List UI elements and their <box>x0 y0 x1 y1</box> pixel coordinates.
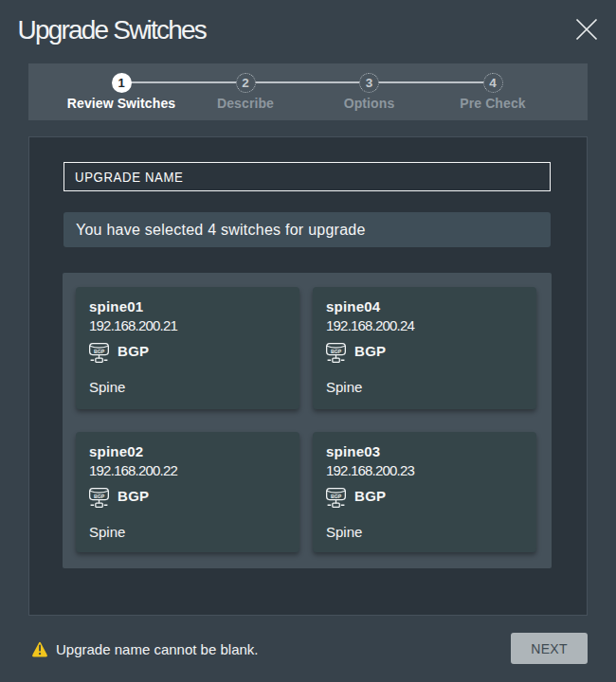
svg-text:BGP: BGP <box>94 349 105 354</box>
svg-text:BGP: BGP <box>331 349 342 354</box>
svg-text:BGP: BGP <box>331 494 342 499</box>
svg-text:BGP: BGP <box>94 494 105 499</box>
